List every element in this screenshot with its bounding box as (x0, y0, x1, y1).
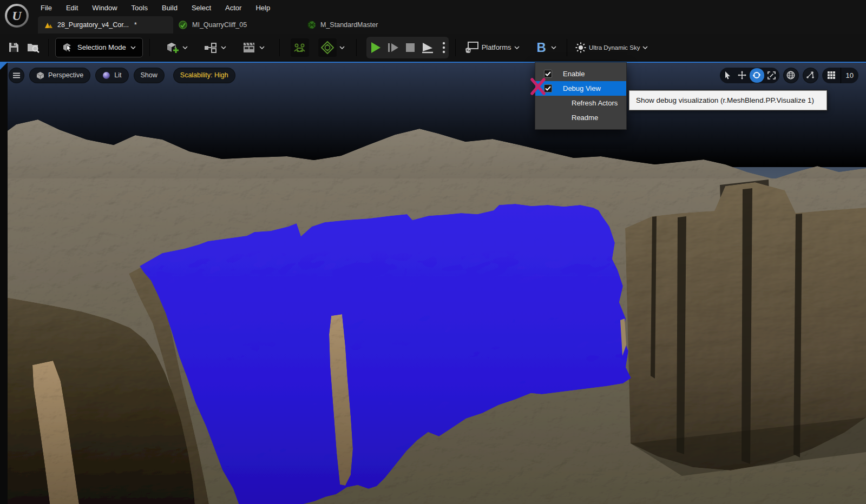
svg-text:U: U (12, 9, 22, 23)
viewport-focus-border (0, 62, 866, 63)
selection-mode-icon (62, 43, 73, 52)
lit-sphere-icon (102, 71, 110, 79)
revision-control-box (318, 38, 337, 57)
blueprint-nodes-icon (204, 42, 218, 53)
play-controls-group (366, 37, 449, 58)
scalability-label: Scalability: High (180, 71, 228, 79)
play-options-kebab[interactable] (442, 42, 445, 54)
stop-button[interactable] (405, 43, 415, 52)
ultra-dynamic-sky-dropdown[interactable]: Ultra Dynamic Sky (572, 37, 652, 58)
scale-icon (767, 71, 776, 79)
menu-window[interactable]: Window (92, 4, 117, 12)
select-arrow-icon (724, 71, 731, 79)
world-space-toggle[interactable] (783, 68, 799, 83)
asset-tab-bar: 28_Purgatory_v4_Cor... * MI_QuarryCliff_… (0, 15, 866, 34)
tooltip-text: Show debug visualization (r.MeshBlend.PP… (636, 96, 814, 104)
viewport-toolbar-left: Perspective Lit Show Scalability: High (9, 67, 235, 83)
sun-icon (575, 42, 586, 53)
menu-item-label: Enable (563, 70, 585, 78)
clapperboard-icon (242, 42, 257, 54)
viewport-toolbar-right: 10 (720, 67, 858, 83)
surface-snapping-button[interactable] (803, 68, 818, 83)
add-actor-button[interactable] (162, 37, 192, 58)
menu-help[interactable]: Help (255, 4, 270, 12)
chevron-down-icon (130, 46, 136, 49)
collaborators-icon (293, 42, 306, 53)
snap-icon (806, 71, 815, 79)
level-editor-toolbar: Selection Mode (0, 34, 866, 62)
launch-button[interactable] (421, 42, 435, 54)
toolbar-separator (279, 39, 280, 56)
folder-search-icon (27, 42, 40, 53)
blueprints-button[interactable] (200, 37, 230, 58)
menu-item-refresh-actors[interactable]: Refresh Actors (535, 96, 626, 110)
browse-content-button[interactable] (23, 37, 44, 58)
viewport-left-edge (0, 63, 8, 504)
perspective-dropdown[interactable]: Perspective (29, 68, 90, 83)
menu-edit[interactable]: Edit (66, 4, 78, 12)
toolbar-separator (567, 39, 567, 56)
cinematics-button[interactable] (239, 37, 268, 58)
meshblend-dropdown-menu: Enable Debug View Refresh Actors Readme (535, 62, 627, 130)
chevron-down-icon (259, 46, 265, 49)
show-label: Show (141, 71, 158, 79)
chevron-down-icon (551, 46, 556, 49)
chevron-down-icon (339, 46, 345, 49)
play-button[interactable] (370, 41, 382, 54)
scale-tool-button[interactable] (764, 68, 779, 83)
tab-label: MI_QuarryCliff_05 (192, 21, 247, 29)
click-marker-x-icon (529, 76, 547, 97)
sync-diamond-icon (321, 41, 334, 54)
chevron-down-icon (514, 46, 520, 49)
menu-item-readme[interactable]: Readme (535, 110, 626, 125)
perspective-label: Perspective (48, 71, 83, 79)
grid-snap-control: 10 (822, 68, 858, 83)
transform-tools-group (720, 68, 779, 83)
chevron-down-icon (221, 46, 226, 49)
viewport-options-button[interactable] (9, 68, 24, 83)
toolbar-separator (149, 39, 150, 56)
meshblend-dropdown[interactable]: B (533, 37, 560, 58)
chevron-down-icon (182, 46, 188, 49)
menu-file[interactable]: File (41, 4, 52, 12)
revision-control-button[interactable] (314, 37, 349, 58)
scalability-badge[interactable]: Scalability: High (173, 68, 235, 83)
lit-mode-dropdown[interactable]: Lit (95, 68, 128, 83)
material-instance-icon (179, 21, 188, 30)
add-cube-icon (166, 41, 180, 54)
tab-material-master[interactable]: M_StandardMaster (301, 16, 384, 34)
menu-item-debug-view[interactable]: Debug View (535, 81, 626, 96)
frame-skip-button[interactable] (387, 42, 400, 54)
menu-item-label: Readme (572, 114, 598, 122)
save-button[interactable] (4, 37, 23, 58)
tab-label: 28_Purgatory_v4_Cor... (57, 21, 129, 29)
show-dropdown[interactable]: Show (134, 68, 165, 83)
main-menu-bar: File Edit Window Tools Build Select Acto… (0, 0, 866, 15)
unreal-editor-window: U File Edit Window Tools Build Select Ac… (0, 0, 866, 504)
grid-snap-value-dropdown[interactable]: 10 (841, 68, 858, 83)
viewport-3d-scene[interactable] (0, 62, 866, 504)
tab-material-instance[interactable]: MI_QuarryCliff_05 (172, 16, 253, 34)
menu-item-enable[interactable]: Enable (535, 67, 626, 81)
unreal-engine-logo[interactable]: U (4, 3, 29, 28)
tab-level-purgatory[interactable]: 28_Purgatory_v4_Cor... * (38, 16, 173, 34)
viewport-focus-corner (0, 63, 7, 70)
toolbar-separator (48, 39, 49, 56)
toolbar-separator (356, 39, 357, 56)
tab-modified-marker: * (134, 21, 137, 29)
select-tool-button[interactable] (720, 68, 735, 83)
tab-label: M_StandardMaster (320, 21, 378, 29)
rotate-tool-button[interactable] (750, 68, 764, 83)
grid-snap-toggle[interactable] (822, 68, 841, 83)
menu-build[interactable]: Build (162, 4, 178, 12)
menu-select[interactable]: Select (192, 4, 211, 12)
selection-mode-dropdown[interactable]: Selection Mode (55, 38, 143, 57)
material-icon (307, 21, 316, 29)
menu-actor[interactable]: Actor (225, 4, 241, 12)
grid-icon (827, 71, 836, 79)
move-tool-button[interactable] (735, 68, 750, 83)
session-collab-button[interactable] (291, 38, 309, 57)
platforms-icon (464, 41, 479, 54)
menu-tools[interactable]: Tools (132, 4, 148, 12)
platforms-dropdown[interactable]: Platforms (460, 37, 523, 58)
